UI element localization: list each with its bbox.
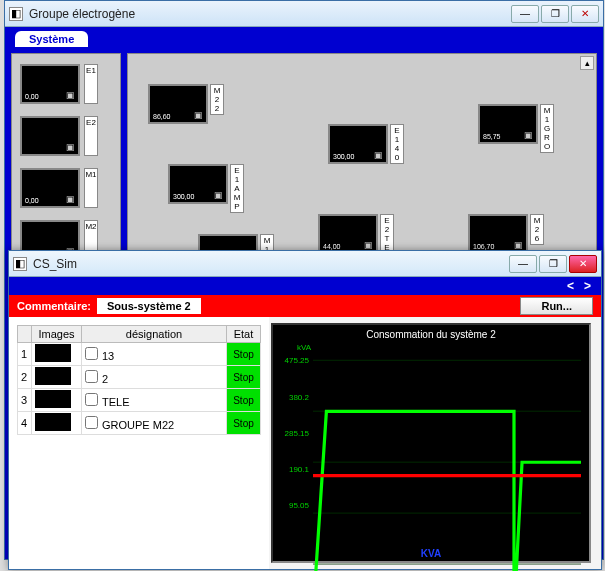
device-tag: M1 xyxy=(84,168,98,208)
chart-x-label: KVA xyxy=(273,548,589,559)
table-row[interactable]: 3TELEStop xyxy=(18,389,261,412)
row-state[interactable]: Stop xyxy=(227,389,261,412)
sim-window: ◧ CS_Sim — ❐ ✕ < > Commentaire: Sous-sys… xyxy=(8,250,602,570)
device-icon: ▣ xyxy=(514,240,523,250)
row-index: 2 xyxy=(18,366,32,389)
device-value: 300,00 xyxy=(333,153,354,160)
device-tag: M22 xyxy=(210,84,224,115)
row-state[interactable]: Stop xyxy=(227,343,261,366)
maximize-button[interactable]: ❐ xyxy=(539,255,567,273)
minimize-button[interactable]: — xyxy=(511,5,539,23)
device-value: 0,00 xyxy=(25,93,39,100)
device-icon: ▣ xyxy=(194,110,203,120)
device-icon: ▣ xyxy=(364,240,373,250)
device-value: 44,00 xyxy=(323,243,341,250)
col-images: Images xyxy=(32,326,82,343)
row-designation: TELE xyxy=(82,389,227,412)
device-box[interactable]: 106,70▣ xyxy=(468,214,528,254)
nav-next-button[interactable]: > xyxy=(584,279,591,293)
minimize-button[interactable]: — xyxy=(509,255,537,273)
row-image xyxy=(32,366,82,389)
items-table: Images désignation Etat 113Stop22Stop3TE… xyxy=(17,325,261,435)
nav-strip: < > xyxy=(9,277,601,295)
table-row[interactable]: 4GROUPE M22Stop xyxy=(18,412,261,435)
row-state[interactable]: Stop xyxy=(227,412,261,435)
app-icon: ◧ xyxy=(9,7,23,21)
device-tag: E140 xyxy=(390,124,404,164)
chart-plot xyxy=(313,347,581,571)
comment-value: Sous-système 2 xyxy=(97,298,201,314)
device-value: 85,75 xyxy=(483,133,501,140)
col-index xyxy=(18,326,32,343)
row-image xyxy=(32,389,82,412)
chart-title: Consommation du système 2 xyxy=(273,329,589,340)
scroll-up-button[interactable]: ▴ xyxy=(580,56,594,70)
thumbnail-icon xyxy=(35,367,71,385)
device-tag: M26 xyxy=(530,214,544,245)
comment-label: Commentaire: xyxy=(17,300,91,312)
device-tag: E2 xyxy=(84,116,98,156)
device-box[interactable]: 86,60▣ xyxy=(148,84,208,124)
chart-y-unit: kVA xyxy=(297,343,311,352)
device-tag: E1AMP xyxy=(230,164,244,213)
sim-titlebar[interactable]: ◧ CS_Sim — ❐ ✕ xyxy=(9,251,601,277)
device-box[interactable]: 44,00▣ xyxy=(318,214,378,254)
device-value: 0,00 xyxy=(25,197,39,204)
app-icon: ◧ xyxy=(13,257,27,271)
chart-panel: Consommation du système 2 kVA 475.25380.… xyxy=(269,317,601,569)
y-tick: 380.2 xyxy=(277,393,309,402)
col-designation: désignation xyxy=(82,326,227,343)
y-tick: 285.15 xyxy=(277,429,309,438)
row-image xyxy=(32,412,82,435)
thumbnail-icon xyxy=(35,413,71,431)
device-box[interactable]: 85,75▣ xyxy=(478,104,538,144)
sim-title: CS_Sim xyxy=(33,257,509,271)
items-panel: Images désignation Etat 113Stop22Stop3TE… xyxy=(9,317,269,569)
row-index: 1 xyxy=(18,343,32,366)
table-row[interactable]: 113Stop xyxy=(18,343,261,366)
row-image xyxy=(32,343,82,366)
run-button[interactable]: Run... xyxy=(520,297,593,315)
device-value: 86,60 xyxy=(153,113,171,120)
tab-systeme[interactable]: Système xyxy=(15,31,88,47)
row-checkbox[interactable] xyxy=(85,393,98,406)
row-designation: 13 xyxy=(82,343,227,366)
row-checkbox[interactable] xyxy=(85,370,98,383)
table-row[interactable]: 22Stop xyxy=(18,366,261,389)
device-box[interactable]: 300,00▣ xyxy=(328,124,388,164)
thumbnail-icon xyxy=(35,344,71,362)
device-box[interactable]: 0,00▣ xyxy=(20,64,80,104)
device-box[interactable]: 300,00▣ xyxy=(168,164,228,204)
device-icon: ▣ xyxy=(66,142,75,152)
row-state[interactable]: Stop xyxy=(227,366,261,389)
comment-bar: Commentaire: Sous-système 2 Run... xyxy=(9,295,601,317)
device-tag: M1GRO xyxy=(540,104,554,153)
thumbnail-icon xyxy=(35,390,71,408)
device-icon: ▣ xyxy=(214,190,223,200)
row-designation: GROUPE M22 xyxy=(82,412,227,435)
chart: Consommation du système 2 kVA 475.25380.… xyxy=(271,323,591,563)
row-designation: 2 xyxy=(82,366,227,389)
device-tag: E1 xyxy=(84,64,98,104)
close-button[interactable]: ✕ xyxy=(569,255,597,273)
row-index: 4 xyxy=(18,412,32,435)
y-tick: 95.05 xyxy=(277,501,309,510)
row-checkbox[interactable] xyxy=(85,347,98,360)
col-etat: Etat xyxy=(227,326,261,343)
main-titlebar[interactable]: ◧ Groupe électrogène — ❐ ✕ xyxy=(5,1,603,27)
device-box[interactable]: 0,00▣ xyxy=(20,168,80,208)
device-value: 106,70 xyxy=(473,243,494,250)
row-index: 3 xyxy=(18,389,32,412)
close-button[interactable]: ✕ xyxy=(571,5,599,23)
device-icon: ▣ xyxy=(66,194,75,204)
device-box[interactable]: ▣ xyxy=(20,116,80,156)
device-icon: ▣ xyxy=(374,150,383,160)
tab-bar: Système xyxy=(5,27,603,47)
device-icon: ▣ xyxy=(524,130,533,140)
main-title: Groupe électrogène xyxy=(29,7,511,21)
row-checkbox[interactable] xyxy=(85,416,98,429)
y-tick: 475.25 xyxy=(277,356,309,365)
device-icon: ▣ xyxy=(66,90,75,100)
nav-prev-button[interactable]: < xyxy=(567,279,574,293)
maximize-button[interactable]: ❐ xyxy=(541,5,569,23)
